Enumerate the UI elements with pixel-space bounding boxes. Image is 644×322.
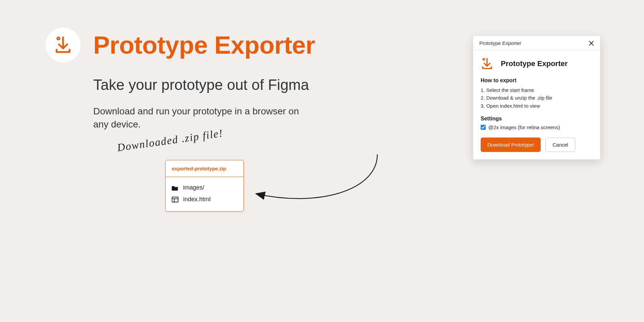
export-step: 1. Select the start frame xyxy=(481,86,593,94)
hero-body: Download and run your prototype in a bro… xyxy=(93,105,301,131)
panel-body: Prototype Exporter How to export 1. Sele… xyxy=(473,51,600,159)
panel-titlebar: Prototype Exporter xyxy=(473,36,600,51)
hero-section: Prototype Exporter Take your prototype o… xyxy=(46,28,315,131)
zip-file-card: exported-prototype.zip images/ index.htm… xyxy=(165,160,244,212)
cancel-button[interactable]: Cancel xyxy=(545,138,575,152)
how-to-export-heading: How to export xyxy=(481,77,593,84)
close-icon[interactable] xyxy=(589,41,594,46)
zip-item: index.html xyxy=(172,194,237,205)
arrow-annotation xyxy=(250,151,391,225)
panel-button-row: Download Prototype! Cancel xyxy=(481,138,593,152)
zip-item-label: index.html xyxy=(183,196,211,203)
svg-point-6 xyxy=(483,59,485,60)
svg-point-0 xyxy=(57,37,60,40)
panel-brand-title: Prototype Exporter xyxy=(501,59,568,68)
panel-brand-row: Prototype Exporter xyxy=(481,57,593,70)
hero-subtitle: Take your prototype out of Figma xyxy=(93,76,315,93)
download-button[interactable]: Download Prototype! xyxy=(481,138,541,152)
retina-setting-label: @2x images (for retina screens) xyxy=(488,124,560,130)
plugin-panel: Prototype Exporter Prototype Exporter Ho… xyxy=(473,36,600,160)
zip-contents: images/ index.html xyxy=(166,177,244,211)
retina-checkbox[interactable] xyxy=(481,125,486,130)
zip-item-label: images/ xyxy=(183,184,204,191)
download-arrow-icon xyxy=(54,36,72,54)
hero-title-row: Prototype Exporter xyxy=(46,28,315,62)
hero-title: Prototype Exporter xyxy=(93,31,315,59)
folder-icon xyxy=(172,185,178,191)
export-step: 3. Open index.html to view xyxy=(481,102,593,110)
settings-heading: Settings xyxy=(481,116,593,122)
zip-filename: exported-prototype.zip xyxy=(166,160,244,177)
panel-window-title: Prototype Exporter xyxy=(479,40,521,46)
export-steps-list: 1. Select the start frame 2. Download & … xyxy=(481,86,593,110)
svg-rect-1 xyxy=(172,197,178,202)
app-logo-circle xyxy=(46,28,80,62)
html-file-icon xyxy=(172,197,178,203)
export-step: 2. Download & unzip the .zip file xyxy=(481,94,593,102)
retina-setting-row[interactable]: @2x images (for retina screens) xyxy=(481,124,593,130)
download-arrow-icon xyxy=(481,57,493,70)
zip-item: images/ xyxy=(172,182,237,194)
